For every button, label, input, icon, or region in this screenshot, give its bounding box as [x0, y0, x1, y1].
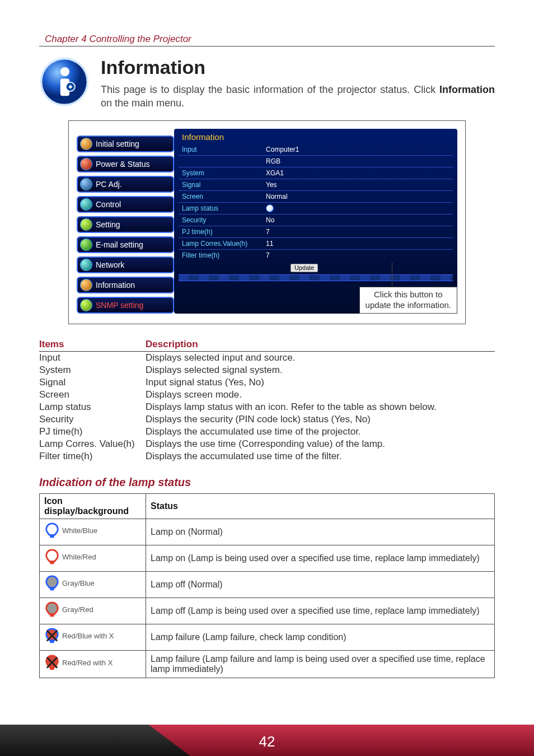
desc-row: Lamp statusDisplays lamp status with an … [39, 401, 495, 413]
panel-row: PJ time(h)7 [179, 226, 453, 237]
lamp-row: White/BlueLamp on (Normal) [40, 519, 495, 545]
sidebar-icon [80, 198, 92, 211]
sidebar-item-label: Control [96, 200, 121, 209]
panel-row: Lamp status [179, 203, 453, 214]
desc-row: ScreenDisplays screen mode. [39, 389, 495, 401]
page-number: 42 [0, 733, 534, 750]
panel-value: Computer1 [263, 144, 453, 155]
callout-line1: Click this button to [366, 290, 451, 300]
svg-rect-9 [50, 640, 54, 643]
panel-key: System [179, 167, 263, 179]
lamp-icon-cell: White/Red [40, 545, 146, 571]
desc-item: Lamp Corres. Value(h) [39, 438, 146, 450]
panel-row: SystemXGA1 [179, 167, 453, 179]
ruler [179, 274, 453, 281]
desc-head-desc: Description [146, 339, 198, 350]
callout-line2: update the information. [366, 300, 451, 311]
lamp-icon-cell: Red/Blue with X [40, 624, 146, 650]
svg-rect-6 [50, 561, 54, 564]
chapter-header: Chapter 4 Controlling the Projector [45, 34, 495, 45]
intro-bold: Information [439, 84, 495, 95]
panel-value: 11 [263, 238, 453, 249]
chapter-rule [39, 46, 495, 46]
desc-row: Lamp Corres. Value(h)Displays the use ti… [39, 438, 495, 450]
lamp-row: Gray/BlueLamp off (Normal) [40, 571, 495, 598]
sidebar-icon [80, 178, 92, 190]
desc-text: Displays the accumulated use time of the… [146, 426, 495, 437]
desc-item: Signal [39, 377, 146, 388]
lamp-status-text: Lamp on (Normal) [146, 519, 495, 545]
svg-point-2 [60, 67, 69, 76]
sidebar-item-initial-setting[interactable]: Initial setting [77, 136, 174, 152]
desc-item: Screen [39, 389, 146, 400]
lamp-icon-cell: Red/Red with X [40, 650, 146, 678]
desc-text: Displays screen mode. [146, 389, 495, 400]
desc-text: Displays selected input and source. [146, 352, 495, 363]
lamp-bulb-icon: Gray/Blue [44, 575, 95, 592]
sidebar-item-e-mail-setting[interactable]: E-mail setting [77, 236, 174, 253]
lamp-icon-label: White/Red [62, 553, 96, 561]
panel-key: Filter time(h) [179, 250, 263, 261]
sidebar-item-information[interactable]: Information [77, 277, 174, 293]
sidebar-item-label: E-mail setting [96, 240, 143, 249]
sidebar-item-label: Power & Status [96, 160, 150, 169]
sidebar-item-label: Setting [96, 220, 120, 229]
description-table: Items Description InputDisplays selected… [39, 339, 495, 463]
lamp-status-text: Lamp failure (Lamp failure and lamp is b… [146, 650, 495, 678]
lamp-subheading: Indication of the lamp status [39, 476, 495, 489]
page-footer: 42 [0, 722, 534, 756]
lamp-head-icon: Icon display/background [40, 493, 146, 519]
callout: Click this button to update the informat… [359, 287, 457, 314]
lamp-icon-cell: Gray/Blue [40, 571, 146, 598]
sidebar-item-network[interactable]: Network [77, 256, 174, 273]
intro-text: This page is to display the basic inform… [101, 83, 495, 110]
sidebar-item-power-status[interactable]: Power & Status [77, 156, 174, 172]
desc-row: SystemDisplays selected signal system. [39, 364, 495, 376]
nav-sidebar: Initial settingPower & StatusPC Adj.Cont… [77, 129, 174, 314]
desc-item: Input [39, 352, 146, 363]
panel-key: Lamp status [179, 203, 263, 214]
sidebar-item-setting[interactable]: Setting [77, 216, 174, 233]
sidebar-item-control[interactable]: Control [77, 196, 174, 213]
desc-row: SecurityDisplays the security (PIN code … [39, 413, 495, 426]
title-row: Information This page is to display the … [39, 57, 495, 110]
desc-text: Input signal status (Yes, No) [146, 377, 495, 388]
lamp-row: Red/Blue with XLamp failure (Lamp failur… [40, 624, 495, 650]
lamp-status-text: Lamp failure (Lamp failure, check lamp c… [146, 624, 495, 650]
sidebar-icon [80, 218, 92, 231]
screenshot: Initial settingPower & StatusPC Adj.Cont… [77, 129, 457, 314]
update-button[interactable]: Update [291, 264, 318, 272]
svg-rect-12 [50, 667, 54, 670]
lamp-bulb-icon: White/Red [44, 549, 96, 566]
panel-key: Input [179, 144, 263, 155]
desc-row: SignalInput signal status (Yes, No) [39, 376, 495, 389]
panel-row: RGB [179, 156, 453, 167]
panel-value: XGA1 [263, 167, 453, 179]
panel-key: PJ time(h) [179, 226, 263, 237]
lamp-status-text: Lamp off (Normal) [146, 571, 495, 598]
intro-pre: This page is to display the basic inform… [101, 84, 439, 95]
svg-rect-5 [50, 535, 54, 538]
panel-value: Normal [263, 191, 453, 202]
lamp-icon-label: Red/Red with X [62, 659, 113, 667]
panel-row: Filter time(h)7 [179, 250, 453, 261]
svg-rect-7 [50, 587, 54, 590]
panel-value: No [263, 214, 453, 226]
desc-row: InputDisplays selected input and source. [39, 352, 495, 364]
desc-item: Security [39, 414, 146, 425]
sidebar-item-pc-adj-[interactable]: PC Adj. [77, 176, 174, 193]
title-block: Information This page is to display the … [101, 57, 495, 110]
panel-key [179, 156, 263, 167]
desc-text: Displays the use time (Corresponding val… [146, 438, 495, 450]
intro-post: on the main menu. [101, 97, 184, 109]
lamp-bulb-icon: Red/Blue with X [44, 628, 114, 645]
sidebar-icon [80, 259, 92, 271]
lamp-icon-label: White/Blue [62, 526, 97, 535]
lamp-bulb-icon: Red/Red with X [44, 655, 113, 671]
sidebar-item-label: Initial setting [96, 139, 139, 148]
desc-header: Items Description [39, 339, 495, 352]
sidebar-item-snmp-setting[interactable]: SNMP setting [77, 297, 174, 314]
lamp-status-text: Lamp on (Lamp is being used over a speci… [146, 545, 495, 571]
panel-key: Signal [179, 179, 263, 190]
panel-row: SignalYes [179, 179, 453, 190]
